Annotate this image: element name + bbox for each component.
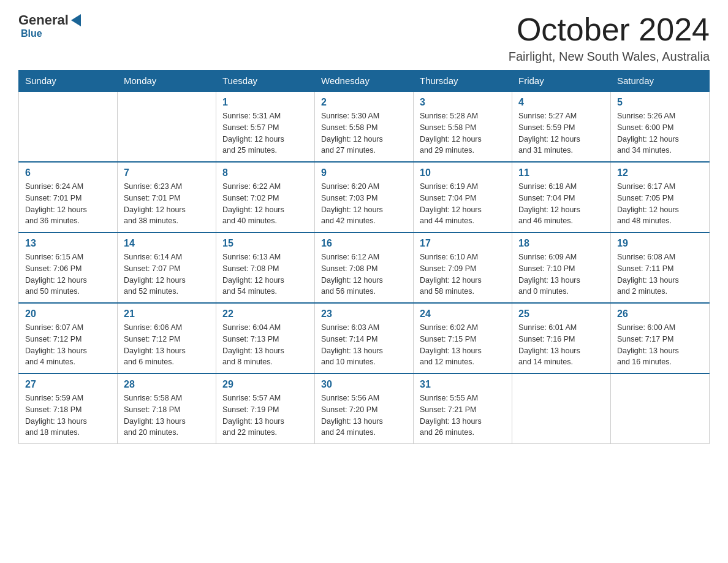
- day-info: Sunrise: 6:18 AMSunset: 7:04 PMDaylight:…: [518, 181, 604, 227]
- calendar-cell: 28Sunrise: 5:58 AMSunset: 7:18 PMDayligh…: [118, 373, 216, 444]
- day-number: 27: [25, 379, 111, 390]
- calendar-cell: 16Sunrise: 6:12 AMSunset: 7:08 PMDayligh…: [315, 232, 414, 303]
- day-number: 26: [617, 308, 703, 320]
- day-info: Sunrise: 6:22 AMSunset: 7:02 PMDaylight:…: [222, 181, 308, 227]
- calendar-cell: 26Sunrise: 6:00 AMSunset: 7:17 PMDayligh…: [611, 303, 710, 373]
- day-number: 15: [222, 238, 308, 249]
- day-number: 5: [617, 97, 703, 108]
- col-monday: Monday: [118, 71, 216, 92]
- calendar-cell: 11Sunrise: 6:18 AMSunset: 7:04 PMDayligh…: [512, 162, 611, 232]
- calendar-cell: 13Sunrise: 6:15 AMSunset: 7:06 PMDayligh…: [19, 232, 118, 303]
- day-number: 13: [25, 238, 111, 249]
- day-info: Sunrise: 5:28 AMSunset: 5:58 PMDaylight:…: [420, 110, 506, 156]
- week-row-1: 1Sunrise: 5:31 AMSunset: 5:57 PMDaylight…: [19, 91, 710, 162]
- title-block: October 2024 Fairlight, New South Wales,…: [509, 12, 710, 64]
- calendar-cell: 2Sunrise: 5:30 AMSunset: 5:58 PMDaylight…: [315, 91, 414, 162]
- day-number: 22: [222, 308, 308, 320]
- col-tuesday: Tuesday: [216, 71, 315, 92]
- day-number: 24: [420, 308, 506, 320]
- calendar-cell: 5Sunrise: 5:26 AMSunset: 6:00 PMDaylight…: [611, 91, 710, 162]
- day-number: 31: [420, 379, 506, 390]
- col-wednesday: Wednesday: [315, 71, 414, 92]
- location-subtitle: Fairlight, New South Wales, Australia: [509, 50, 710, 64]
- day-number: 30: [321, 379, 407, 390]
- day-info: Sunrise: 6:12 AMSunset: 7:08 PMDaylight:…: [321, 251, 407, 297]
- calendar-cell: 22Sunrise: 6:04 AMSunset: 7:13 PMDayligh…: [216, 303, 315, 373]
- day-number: 14: [124, 238, 210, 249]
- day-number: 8: [222, 167, 308, 178]
- col-friday: Friday: [512, 71, 611, 92]
- week-row-2: 6Sunrise: 6:24 AMSunset: 7:01 PMDaylight…: [19, 162, 710, 232]
- calendar-cell: 25Sunrise: 6:01 AMSunset: 7:16 PMDayligh…: [512, 303, 611, 373]
- day-info: Sunrise: 6:03 AMSunset: 7:14 PMDaylight:…: [321, 322, 407, 368]
- logo-blue-text: Blue: [21, 28, 42, 39]
- calendar-cell: 30Sunrise: 5:56 AMSunset: 7:20 PMDayligh…: [315, 373, 414, 444]
- calendar-cell: 1Sunrise: 5:31 AMSunset: 5:57 PMDaylight…: [216, 91, 315, 162]
- day-info: Sunrise: 5:58 AMSunset: 7:18 PMDaylight:…: [124, 393, 210, 439]
- day-info: Sunrise: 6:04 AMSunset: 7:13 PMDaylight:…: [222, 322, 308, 368]
- calendar-cell: 6Sunrise: 6:24 AMSunset: 7:01 PMDaylight…: [19, 162, 118, 232]
- calendar-cell: 24Sunrise: 6:02 AMSunset: 7:15 PMDayligh…: [414, 303, 512, 373]
- col-thursday: Thursday: [414, 71, 512, 92]
- day-info: Sunrise: 6:00 AMSunset: 7:17 PMDaylight:…: [617, 322, 703, 368]
- calendar-cell: 4Sunrise: 5:27 AMSunset: 5:59 PMDaylight…: [512, 91, 611, 162]
- day-info: Sunrise: 6:15 AMSunset: 7:06 PMDaylight:…: [25, 251, 111, 297]
- day-info: Sunrise: 5:26 AMSunset: 6:00 PMDaylight:…: [617, 110, 703, 156]
- logo: General Blue: [18, 12, 83, 39]
- calendar-cell: 17Sunrise: 6:10 AMSunset: 7:09 PMDayligh…: [414, 232, 512, 303]
- calendar-cell: 14Sunrise: 6:14 AMSunset: 7:07 PMDayligh…: [118, 232, 216, 303]
- day-info: Sunrise: 6:20 AMSunset: 7:03 PMDaylight:…: [321, 181, 407, 227]
- calendar-cell: 15Sunrise: 6:13 AMSunset: 7:08 PMDayligh…: [216, 232, 315, 303]
- day-info: Sunrise: 6:06 AMSunset: 7:12 PMDaylight:…: [124, 322, 210, 368]
- week-row-4: 20Sunrise: 6:07 AMSunset: 7:12 PMDayligh…: [19, 303, 710, 373]
- calendar-cell: 10Sunrise: 6:19 AMSunset: 7:04 PMDayligh…: [414, 162, 512, 232]
- calendar-cell: 29Sunrise: 5:57 AMSunset: 7:19 PMDayligh…: [216, 373, 315, 444]
- day-info: Sunrise: 5:59 AMSunset: 7:18 PMDaylight:…: [25, 393, 111, 439]
- page-header: General Blue October 2024 Fairlight, New…: [18, 12, 710, 64]
- calendar-cell: 3Sunrise: 5:28 AMSunset: 5:58 PMDaylight…: [414, 91, 512, 162]
- calendar-cell: 8Sunrise: 6:22 AMSunset: 7:02 PMDaylight…: [216, 162, 315, 232]
- day-info: Sunrise: 6:19 AMSunset: 7:04 PMDaylight:…: [420, 181, 506, 227]
- calendar-cell: [512, 373, 611, 444]
- day-number: 18: [518, 238, 604, 249]
- day-number: 25: [518, 308, 604, 320]
- calendar-cell: 18Sunrise: 6:09 AMSunset: 7:10 PMDayligh…: [512, 232, 611, 303]
- day-number: 6: [25, 167, 111, 178]
- day-info: Sunrise: 5:27 AMSunset: 5:59 PMDaylight:…: [518, 110, 604, 156]
- day-info: Sunrise: 6:02 AMSunset: 7:15 PMDaylight:…: [420, 322, 506, 368]
- day-info: Sunrise: 5:30 AMSunset: 5:58 PMDaylight:…: [321, 110, 407, 156]
- month-title: October 2024: [509, 12, 710, 47]
- week-row-5: 27Sunrise: 5:59 AMSunset: 7:18 PMDayligh…: [19, 373, 710, 444]
- day-info: Sunrise: 6:14 AMSunset: 7:07 PMDaylight:…: [124, 251, 210, 297]
- calendar-cell: 20Sunrise: 6:07 AMSunset: 7:12 PMDayligh…: [19, 303, 118, 373]
- calendar-cell: 9Sunrise: 6:20 AMSunset: 7:03 PMDaylight…: [315, 162, 414, 232]
- calendar-cell: [118, 91, 216, 162]
- col-saturday: Saturday: [611, 71, 710, 92]
- day-info: Sunrise: 6:17 AMSunset: 7:05 PMDaylight:…: [617, 181, 703, 227]
- day-number: 19: [617, 238, 703, 249]
- calendar-cell: [611, 373, 710, 444]
- day-number: 20: [25, 308, 111, 320]
- day-info: Sunrise: 6:13 AMSunset: 7:08 PMDaylight:…: [222, 251, 308, 297]
- day-number: 9: [321, 167, 407, 178]
- day-info: Sunrise: 6:01 AMSunset: 7:16 PMDaylight:…: [518, 322, 604, 368]
- day-number: 11: [518, 167, 604, 178]
- week-row-3: 13Sunrise: 6:15 AMSunset: 7:06 PMDayligh…: [19, 232, 710, 303]
- day-number: 28: [124, 379, 210, 390]
- logo-general-text: General: [18, 12, 69, 28]
- calendar-cell: 7Sunrise: 6:23 AMSunset: 7:01 PMDaylight…: [118, 162, 216, 232]
- day-info: Sunrise: 6:24 AMSunset: 7:01 PMDaylight:…: [25, 181, 111, 227]
- day-info: Sunrise: 5:55 AMSunset: 7:21 PMDaylight:…: [420, 393, 506, 439]
- day-info: Sunrise: 5:57 AMSunset: 7:19 PMDaylight:…: [222, 393, 308, 439]
- day-number: 2: [321, 97, 407, 108]
- day-number: 4: [518, 97, 604, 108]
- day-number: 10: [420, 167, 506, 178]
- day-number: 16: [321, 238, 407, 249]
- calendar-table: Sunday Monday Tuesday Wednesday Thursday…: [18, 70, 710, 444]
- day-info: Sunrise: 6:07 AMSunset: 7:12 PMDaylight:…: [25, 322, 111, 368]
- day-info: Sunrise: 5:56 AMSunset: 7:20 PMDaylight:…: [321, 393, 407, 439]
- calendar-cell: 21Sunrise: 6:06 AMSunset: 7:12 PMDayligh…: [118, 303, 216, 373]
- day-info: Sunrise: 6:23 AMSunset: 7:01 PMDaylight:…: [124, 181, 210, 227]
- day-info: Sunrise: 6:09 AMSunset: 7:10 PMDaylight:…: [518, 251, 604, 297]
- day-number: 21: [124, 308, 210, 320]
